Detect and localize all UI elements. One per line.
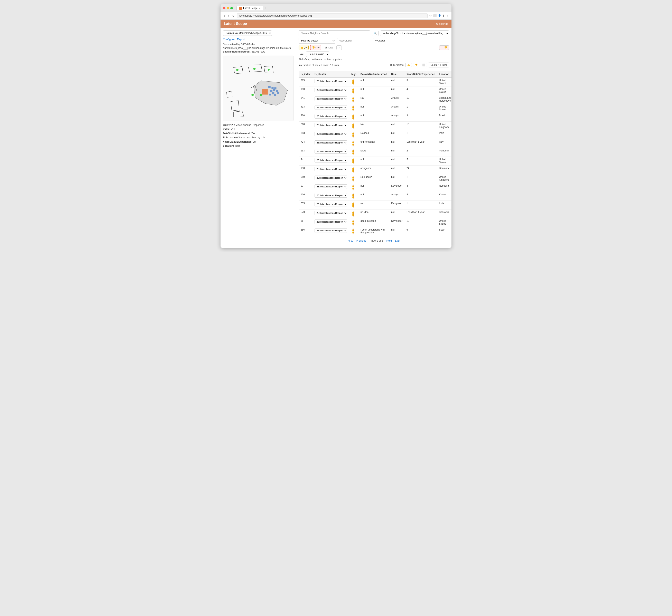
active-tab[interactable]: Latent Scope ✕ bbox=[236, 6, 263, 10]
tag-down-icon[interactable]: 👎 bbox=[351, 231, 355, 234]
tag-up-icon[interactable]: 👍 bbox=[351, 105, 355, 108]
tag-down-icon[interactable]: 👎 bbox=[351, 214, 355, 217]
configure-link[interactable]: Configure bbox=[223, 38, 234, 41]
cluster-select[interactable]: 23: Miscellaneous Response: bbox=[315, 211, 347, 215]
tag-down-icon[interactable]: 👎 bbox=[351, 152, 355, 155]
tag-down-icon[interactable]: 👎 bbox=[351, 223, 355, 226]
col-location: Location bbox=[437, 71, 451, 77]
tag-down-icon[interactable]: 👎 bbox=[351, 82, 355, 85]
clear-filter-button[interactable]: ✕ bbox=[336, 45, 342, 50]
cell-cluster: 23: Miscellaneous Response: bbox=[312, 148, 349, 157]
tag-down-icon[interactable]: 👎 bbox=[351, 205, 355, 208]
tag-up-icon[interactable]: 👍 bbox=[351, 123, 355, 126]
previous-page-button[interactable]: Previous bbox=[356, 239, 366, 242]
new-cluster-input[interactable] bbox=[337, 38, 371, 43]
tab-title: Latent Scope bbox=[243, 7, 258, 10]
cluster-select[interactable]: 23: Miscellaneous Response: bbox=[315, 220, 347, 224]
cluster-select[interactable]: 23: Miscellaneous Response: bbox=[315, 167, 347, 171]
cluster-select[interactable]: 23: Miscellaneous Response: bbox=[315, 202, 347, 206]
url-input[interactable] bbox=[237, 13, 428, 18]
minus-tag-button[interactable]: — 👎 bbox=[439, 45, 449, 50]
profile-icon[interactable]: 👤 bbox=[438, 14, 441, 17]
tag-down-icon[interactable]: 👎 bbox=[351, 179, 355, 182]
cluster-select[interactable]: 23: Miscellaneous Response: bbox=[315, 193, 347, 198]
close-button[interactable] bbox=[223, 7, 225, 9]
cluster-select[interactable]: 23: Miscellaneous Response: bbox=[315, 88, 347, 92]
tag-up-icon[interactable]: 👍 bbox=[351, 228, 355, 231]
tag-down-icon[interactable]: 👎 bbox=[351, 170, 355, 173]
reload-button[interactable]: ↻ bbox=[231, 14, 235, 18]
cluster-select[interactable]: 23: Miscellaneous Response: bbox=[315, 123, 347, 127]
cluster-select[interactable]: 23: Miscellaneous Response: bbox=[315, 176, 347, 180]
minimize-button[interactable] bbox=[227, 7, 229, 9]
new-tab-button[interactable]: + bbox=[263, 6, 268, 10]
tag-down-icon[interactable]: 👎 bbox=[351, 161, 355, 164]
menu-icon[interactable]: ⋮ bbox=[446, 14, 449, 17]
tag-up-icon[interactable]: 👍 bbox=[351, 149, 355, 152]
tag-down-icon[interactable]: 👎 bbox=[351, 135, 355, 138]
download-icon[interactable]: ⬇ bbox=[442, 14, 445, 17]
first-page-button[interactable]: First bbox=[347, 239, 353, 242]
tag-up-icon[interactable]: 👍 bbox=[351, 88, 355, 91]
cluster-select[interactable]: 23: Miscellaneous Response: bbox=[315, 79, 347, 83]
maximize-button[interactable] bbox=[230, 7, 233, 9]
tag-down-icon[interactable]: 👎 bbox=[351, 100, 355, 103]
page-info: Page 1 of 1 bbox=[370, 239, 383, 242]
back-button[interactable]: ‹ bbox=[223, 14, 226, 18]
bulk-thumb-up-button[interactable]: 👍 bbox=[405, 63, 412, 67]
tag-up-icon[interactable]: 👍 bbox=[351, 167, 355, 170]
tag-down-icon[interactable]: 👎 bbox=[351, 117, 355, 120]
tag-up-icon[interactable]: 👍 bbox=[351, 211, 355, 214]
tag-up-button[interactable]: 👍 (0) bbox=[299, 45, 309, 50]
bulk-thumb-down-button[interactable]: 👎 bbox=[413, 63, 419, 67]
extension-icon[interactable]: ⬜ bbox=[433, 14, 437, 17]
last-page-button[interactable]: Last bbox=[395, 239, 400, 242]
tag-up-icon[interactable]: 👍 bbox=[351, 202, 355, 205]
tag-up-icon[interactable]: 👍 bbox=[351, 79, 355, 82]
role-select[interactable]: Select a value bbox=[306, 52, 329, 57]
tag-up-icon[interactable]: 👍 bbox=[351, 220, 355, 223]
map-container[interactable] bbox=[223, 56, 293, 121]
delete-rows-button[interactable]: Delete 18 rows bbox=[428, 63, 449, 67]
tag-down-icon[interactable]: 👎 bbox=[351, 91, 355, 94]
col-ls-index: ls_index bbox=[299, 71, 312, 77]
cluster-select[interactable]: 23: Miscellaneous Response: bbox=[315, 132, 347, 136]
tag-up-icon[interactable]: 👍 bbox=[351, 96, 355, 100]
settings-button[interactable]: ⚙ settings bbox=[436, 22, 448, 25]
embedding-select[interactable]: embedding-001 - transformers-jinaai___ji… bbox=[380, 30, 449, 36]
search-input[interactable] bbox=[299, 30, 370, 36]
tag-down-icon[interactable]: 👎 bbox=[351, 143, 355, 147]
cell-dataviz: null bbox=[358, 77, 389, 86]
tab-close-button[interactable]: ✕ bbox=[259, 7, 261, 9]
cluster-select[interactable]: 23: Miscellaneous Response: bbox=[315, 105, 347, 110]
tag-up-icon[interactable]: 👍 bbox=[351, 132, 355, 135]
tag-up-icon[interactable]: 👍 bbox=[351, 158, 355, 161]
filter-by-cluster-select[interactable]: Filter by cluster bbox=[299, 38, 335, 44]
tag-down-icon[interactable]: 👎 bbox=[351, 187, 355, 190]
cluster-select[interactable]: 23: Miscellaneous Response: bbox=[315, 228, 347, 233]
tag-down-icon[interactable]: 👎 bbox=[351, 126, 355, 129]
tag-up-icon[interactable]: 👍 bbox=[351, 176, 355, 179]
cluster-select[interactable]: 23: Miscellaneous Response: bbox=[315, 114, 347, 119]
tag-down-icon[interactable]: 👎 bbox=[351, 196, 355, 199]
forward-button[interactable]: › bbox=[227, 14, 230, 18]
cluster-select[interactable]: 23: Miscellaneous Response: bbox=[315, 149, 347, 154]
tag-down-icon[interactable]: 👎 bbox=[351, 108, 355, 111]
cluster-select[interactable]: 23: Miscellaneous Response: bbox=[315, 158, 347, 162]
cell-years: 4 bbox=[404, 86, 437, 95]
tag-up-icon[interactable]: 👍 bbox=[351, 140, 355, 143]
export-link[interactable]: Export bbox=[237, 38, 245, 41]
bookmark-icon[interactable]: ☆ bbox=[429, 14, 432, 17]
cluster-select[interactable]: 23: Miscellaneous Response: bbox=[315, 140, 347, 145]
next-page-button[interactable]: Next bbox=[386, 239, 392, 242]
search-button[interactable]: 🔍 bbox=[372, 31, 379, 36]
dataset-selector[interactable]: Datavis Not Understood (scopes-001) bbox=[223, 30, 272, 36]
tag-down-button[interactable]: 👎 (18) bbox=[310, 45, 321, 50]
cluster-select[interactable]: 23: Miscellaneous Response: bbox=[315, 184, 347, 189]
tag-up-icon[interactable]: 👍 bbox=[351, 193, 355, 196]
bulk-copy-button[interactable]: ⬜ bbox=[421, 63, 427, 67]
tag-up-icon[interactable]: 👍 bbox=[351, 114, 355, 117]
add-cluster-button[interactable]: + Cluster bbox=[373, 38, 387, 43]
cluster-select[interactable]: 23: Miscellaneous Response: bbox=[315, 96, 347, 101]
tag-up-icon[interactable]: 👍 bbox=[351, 184, 355, 187]
